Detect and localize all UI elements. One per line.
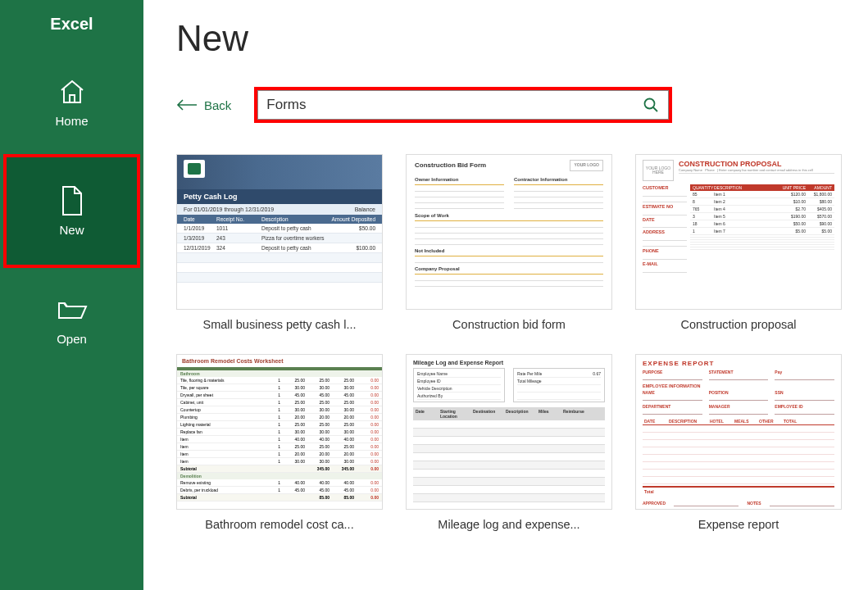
sidebar: Excel Home New Open: [0, 0, 143, 590]
template-label: Small business petty cash l...: [176, 318, 383, 331]
template-expense-report[interactable]: EXPENSE REPORT PURPOSESTATEMENTPay EMPLO…: [635, 354, 842, 531]
back-label: Back: [204, 98, 231, 112]
template-construction-proposal[interactable]: YOUR LOGO HERE CONSTRUCTION PROPOSALComp…: [635, 154, 842, 331]
template-label: Construction proposal: [635, 318, 842, 331]
template-petty-cash[interactable]: Petty Cash Log For 01/01/2019 through 12…: [176, 154, 383, 331]
svg-point-0: [644, 99, 654, 109]
new-document-icon: [56, 185, 89, 216]
arrow-left-icon: [176, 99, 198, 111]
search-container: [254, 87, 672, 123]
template-thumb: EXPENSE REPORT PURPOSESTATEMENTPay EMPLO…: [635, 354, 842, 510]
nav-open-label: Open: [57, 332, 87, 346]
template-thumb: YOUR LOGO HERE CONSTRUCTION PROPOSALComp…: [635, 154, 842, 310]
back-button[interactable]: Back: [176, 98, 231, 112]
nav-home[interactable]: Home: [0, 65, 143, 139]
search-icon: [643, 97, 659, 113]
template-thumb: Bathroom Remodel Costs Worksheet Bathroo…: [176, 354, 383, 510]
main-content: New Back Petty Cash Log For 01/01/2019 t…: [143, 0, 868, 590]
search-input[interactable]: [257, 90, 633, 120]
app-title: Excel: [0, 15, 143, 34]
template-thumb: Petty Cash Log For 01/01/2019 through 12…: [176, 154, 383, 310]
template-mileage-log[interactable]: Mileage Log and Expense Report Employee …: [406, 354, 612, 531]
template-label: Construction bid form: [406, 318, 612, 331]
template-thumb: Construction Bid FormYOUR LOGO Owner Inf…: [406, 154, 612, 310]
template-thumb: Mileage Log and Expense Report Employee …: [406, 354, 612, 510]
search-button[interactable]: [633, 90, 669, 120]
template-label: Mileage log and expense...: [406, 518, 612, 531]
template-bathroom-remodel[interactable]: Bathroom Remodel Costs Worksheet Bathroo…: [176, 354, 383, 531]
topbar: Back: [176, 87, 835, 123]
folder-open-icon: [56, 294, 89, 325]
nav-new-label: New: [59, 223, 84, 237]
nav-home-label: Home: [55, 114, 88, 128]
template-construction-bid[interactable]: Construction Bid FormYOUR LOGO Owner Inf…: [406, 154, 612, 331]
template-gallery: Petty Cash Log For 01/01/2019 through 12…: [176, 154, 835, 531]
nav-new[interactable]: New: [5, 156, 139, 266]
nav-open[interactable]: Open: [0, 283, 143, 357]
home-icon: [56, 76, 89, 107]
template-label: Bathroom remodel cost ca...: [176, 518, 383, 531]
template-label: Expense report: [635, 518, 842, 531]
page-title: New: [176, 18, 835, 59]
thumb-title: Petty Cash Log: [177, 189, 382, 204]
